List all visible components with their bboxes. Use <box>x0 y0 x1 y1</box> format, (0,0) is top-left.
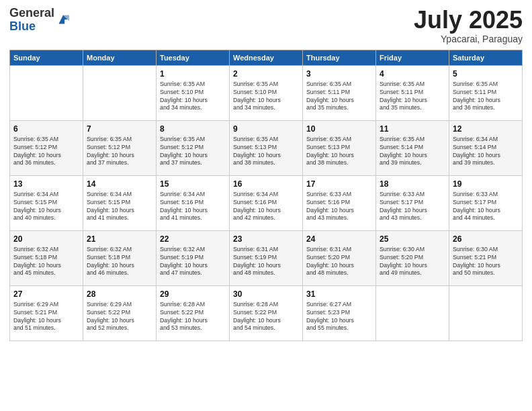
day-number: 26 <box>453 234 519 244</box>
calendar-table: SundayMondayTuesdayWednesdayThursdayFrid… <box>9 50 523 341</box>
day-info: Sunrise: 6:30 AM Sunset: 5:20 PM Dayligh… <box>380 246 445 278</box>
calendar-cell <box>449 285 523 340</box>
weekday-header-tuesday: Tuesday <box>157 50 230 65</box>
calendar-cell: 26Sunrise: 6:30 AM Sunset: 5:21 PM Dayli… <box>449 230 523 285</box>
calendar-cell: 2Sunrise: 6:35 AM Sunset: 5:10 PM Daylig… <box>230 65 303 120</box>
day-info: Sunrise: 6:28 AM Sunset: 5:22 PM Dayligh… <box>160 301 226 333</box>
calendar-cell: 3Sunrise: 6:35 AM Sunset: 5:11 PM Daylig… <box>303 65 376 120</box>
calendar-cell: 6Sunrise: 6:35 AM Sunset: 5:12 PM Daylig… <box>10 120 83 175</box>
day-number: 11 <box>380 124 445 134</box>
calendar-cell: 22Sunrise: 6:32 AM Sunset: 5:19 PM Dayli… <box>157 230 230 285</box>
calendar-cell: 17Sunrise: 6:33 AM Sunset: 5:16 PM Dayli… <box>303 175 376 230</box>
day-number: 29 <box>160 289 226 300</box>
calendar-cell: 8Sunrise: 6:35 AM Sunset: 5:12 PM Daylig… <box>157 120 230 175</box>
day-number: 1 <box>160 68 226 79</box>
day-info: Sunrise: 6:34 AM Sunset: 5:14 PM Dayligh… <box>453 136 519 168</box>
day-number: 31 <box>306 289 372 300</box>
day-info: Sunrise: 6:35 AM Sunset: 5:13 PM Dayligh… <box>306 136 372 168</box>
calendar-cell: 1Sunrise: 6:35 AM Sunset: 5:10 PM Daylig… <box>157 65 230 120</box>
day-number: 4 <box>380 68 445 79</box>
day-info: Sunrise: 6:35 AM Sunset: 5:14 PM Dayligh… <box>380 136 445 168</box>
day-info: Sunrise: 6:31 AM Sunset: 5:20 PM Dayligh… <box>306 246 372 278</box>
calendar-cell: 19Sunrise: 6:33 AM Sunset: 5:17 PM Dayli… <box>449 175 523 230</box>
calendar-cell: 12Sunrise: 6:34 AM Sunset: 5:14 PM Dayli… <box>449 120 523 175</box>
calendar-cell: 10Sunrise: 6:35 AM Sunset: 5:13 PM Dayli… <box>303 120 376 175</box>
day-number: 9 <box>233 124 299 134</box>
day-number: 20 <box>13 234 79 244</box>
day-number: 8 <box>160 124 226 134</box>
day-number: 23 <box>233 234 299 244</box>
header: General Blue July 2025 Ypacarai, Paragua… <box>9 7 523 44</box>
day-number: 6 <box>13 124 79 134</box>
day-number: 7 <box>87 124 152 134</box>
day-info: Sunrise: 6:32 AM Sunset: 5:18 PM Dayligh… <box>87 246 152 278</box>
day-info: Sunrise: 6:35 AM Sunset: 5:13 PM Dayligh… <box>233 136 299 168</box>
day-info: Sunrise: 6:33 AM Sunset: 5:17 PM Dayligh… <box>453 191 519 223</box>
calendar-cell <box>83 65 157 120</box>
calendar-cell: 30Sunrise: 6:28 AM Sunset: 5:22 PM Dayli… <box>230 285 303 340</box>
calendar-cell: 24Sunrise: 6:31 AM Sunset: 5:20 PM Dayli… <box>303 230 376 285</box>
day-number: 5 <box>453 68 519 79</box>
logo-icon <box>56 12 71 27</box>
day-info: Sunrise: 6:35 AM Sunset: 5:10 PM Dayligh… <box>233 81 299 113</box>
day-info: Sunrise: 6:32 AM Sunset: 5:19 PM Dayligh… <box>160 246 226 278</box>
weekday-header-wednesday: Wednesday <box>230 50 303 65</box>
day-info: Sunrise: 6:34 AM Sunset: 5:15 PM Dayligh… <box>87 191 152 223</box>
weekday-header-row: SundayMondayTuesdayWednesdayThursdayFrid… <box>10 50 523 65</box>
day-number: 28 <box>87 289 152 300</box>
calendar-cell <box>10 65 83 120</box>
day-number: 14 <box>87 179 152 189</box>
calendar-cell: 13Sunrise: 6:34 AM Sunset: 5:15 PM Dayli… <box>10 175 83 230</box>
calendar-week-2: 6Sunrise: 6:35 AM Sunset: 5:12 PM Daylig… <box>10 120 523 175</box>
calendar-cell: 5Sunrise: 6:35 AM Sunset: 5:11 PM Daylig… <box>449 65 523 120</box>
day-number: 17 <box>306 179 372 189</box>
calendar-cell: 14Sunrise: 6:34 AM Sunset: 5:15 PM Dayli… <box>83 175 157 230</box>
day-info: Sunrise: 6:27 AM Sunset: 5:23 PM Dayligh… <box>306 301 372 333</box>
calendar-cell: 4Sunrise: 6:35 AM Sunset: 5:11 PM Daylig… <box>376 65 449 120</box>
day-number: 18 <box>380 179 445 189</box>
day-info: Sunrise: 6:35 AM Sunset: 5:12 PM Dayligh… <box>87 136 152 168</box>
day-info: Sunrise: 6:29 AM Sunset: 5:22 PM Dayligh… <box>87 301 152 333</box>
logo: General Blue <box>9 7 71 34</box>
calendar-cell: 28Sunrise: 6:29 AM Sunset: 5:22 PM Dayli… <box>83 285 157 340</box>
calendar-title: July 2025 <box>414 7 523 34</box>
day-number: 3 <box>306 68 372 79</box>
calendar-cell: 27Sunrise: 6:29 AM Sunset: 5:21 PM Dayli… <box>10 285 83 340</box>
calendar-subtitle: Ypacarai, Paraguay <box>414 34 523 44</box>
day-number: 27 <box>13 289 79 300</box>
calendar-week-1: 1Sunrise: 6:35 AM Sunset: 5:10 PM Daylig… <box>10 65 523 120</box>
day-number: 19 <box>453 179 519 189</box>
day-number: 13 <box>13 179 79 189</box>
title-block: July 2025 Ypacarai, Paraguay <box>414 7 523 44</box>
calendar-cell: 31Sunrise: 6:27 AM Sunset: 5:23 PM Dayli… <box>303 285 376 340</box>
day-info: Sunrise: 6:29 AM Sunset: 5:21 PM Dayligh… <box>13 301 79 333</box>
calendar-cell: 11Sunrise: 6:35 AM Sunset: 5:14 PM Dayli… <box>376 120 449 175</box>
logo-blue: Blue <box>9 19 36 33</box>
day-number: 2 <box>233 68 299 79</box>
day-number: 30 <box>233 289 299 300</box>
calendar-cell: 23Sunrise: 6:31 AM Sunset: 5:19 PM Dayli… <box>230 230 303 285</box>
weekday-header-thursday: Thursday <box>303 50 376 65</box>
weekday-header-saturday: Saturday <box>449 50 523 65</box>
day-info: Sunrise: 6:35 AM Sunset: 5:10 PM Dayligh… <box>160 81 226 113</box>
day-number: 24 <box>306 234 372 244</box>
calendar-week-4: 20Sunrise: 6:32 AM Sunset: 5:18 PM Dayli… <box>10 230 523 285</box>
day-number: 12 <box>453 124 519 134</box>
day-number: 16 <box>233 179 299 189</box>
weekday-header-sunday: Sunday <box>10 50 83 65</box>
day-number: 25 <box>380 234 445 244</box>
day-info: Sunrise: 6:35 AM Sunset: 5:11 PM Dayligh… <box>306 81 372 113</box>
calendar-cell: 20Sunrise: 6:32 AM Sunset: 5:18 PM Dayli… <box>10 230 83 285</box>
weekday-header-monday: Monday <box>83 50 157 65</box>
day-info: Sunrise: 6:31 AM Sunset: 5:19 PM Dayligh… <box>233 246 299 278</box>
logo-text: General Blue <box>9 7 54 34</box>
day-info: Sunrise: 6:34 AM Sunset: 5:15 PM Dayligh… <box>13 191 79 223</box>
day-number: 10 <box>306 124 372 134</box>
day-number: 15 <box>160 179 226 189</box>
calendar-cell: 7Sunrise: 6:35 AM Sunset: 5:12 PM Daylig… <box>83 120 157 175</box>
day-info: Sunrise: 6:35 AM Sunset: 5:12 PM Dayligh… <box>160 136 226 168</box>
day-info: Sunrise: 6:33 AM Sunset: 5:16 PM Dayligh… <box>306 191 372 223</box>
page: General Blue July 2025 Ypacarai, Paragua… <box>0 0 532 411</box>
calendar-cell: 25Sunrise: 6:30 AM Sunset: 5:20 PM Dayli… <box>376 230 449 285</box>
calendar-week-3: 13Sunrise: 6:34 AM Sunset: 5:15 PM Dayli… <box>10 175 523 230</box>
